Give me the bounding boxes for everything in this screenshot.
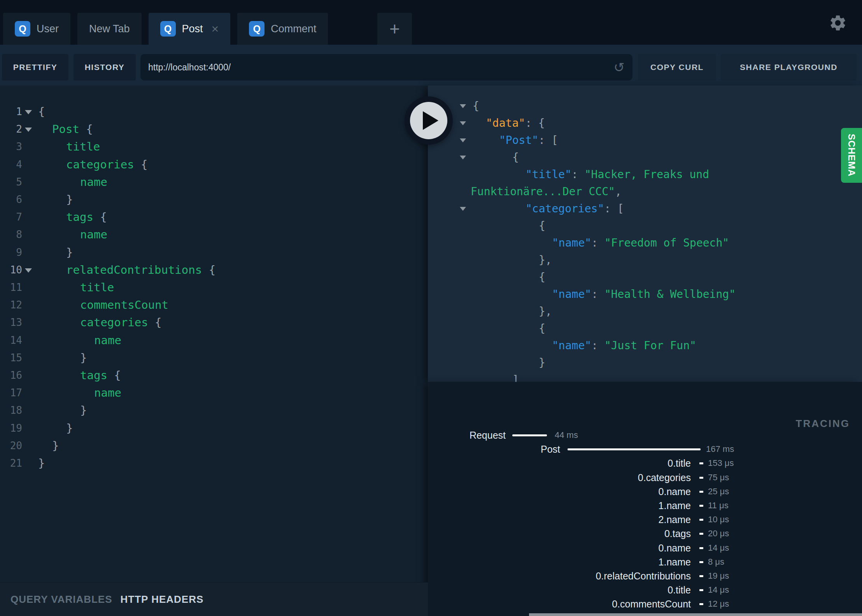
schema-tab[interactable]: SCHEMA bbox=[841, 128, 862, 183]
response-line: ] bbox=[428, 371, 862, 382]
query-line[interactable]: 17name bbox=[0, 384, 428, 402]
code-token: } bbox=[66, 422, 73, 435]
tab-user[interactable]: QUser bbox=[3, 13, 70, 45]
query-line[interactable]: 10relatedContributions { bbox=[0, 261, 428, 279]
query-line[interactable]: 16tags { bbox=[0, 367, 428, 384]
tracing-time: 12 μs bbox=[708, 598, 729, 610]
code-token: { bbox=[134, 158, 148, 171]
tracing-time: 44 ms bbox=[555, 429, 578, 441]
response-viewer: {"data": {"Post": [{"title": "Hacker, Fr… bbox=[428, 86, 862, 382]
query-line[interactable]: 2Post { bbox=[0, 121, 428, 138]
tab-comment[interactable]: QComment bbox=[237, 13, 328, 45]
tab-label: New Tab bbox=[89, 23, 130, 35]
line-number: 13 bbox=[0, 314, 22, 331]
query-line[interactable]: 13categories { bbox=[0, 314, 428, 331]
tracing-row: 1.name8 μs bbox=[428, 556, 862, 568]
code-token: } bbox=[80, 351, 87, 364]
query-line[interactable]: 5name bbox=[0, 173, 428, 191]
code-token: tags bbox=[80, 369, 107, 382]
query-line[interactable]: 18} bbox=[0, 402, 428, 419]
editor-footer: QUERY VARIABLES HTTP HEADERS bbox=[0, 582, 428, 616]
query-line[interactable]: 11title bbox=[0, 279, 428, 296]
query-line[interactable]: 6} bbox=[0, 191, 428, 208]
query-line[interactable]: 15} bbox=[0, 349, 428, 367]
query-line[interactable]: 20} bbox=[0, 437, 428, 455]
share-playground-button[interactable]: SHARE PLAYGROUND bbox=[721, 54, 857, 80]
tracing-time: 20 μs bbox=[708, 527, 729, 540]
tracing-row: 0.relatedContributions19 μs bbox=[428, 570, 862, 582]
response-code: { bbox=[539, 320, 545, 337]
query-variables-tab[interactable]: QUERY VARIABLES bbox=[11, 593, 112, 606]
duration-dash bbox=[699, 603, 703, 605]
query-line[interactable]: 8name bbox=[0, 226, 428, 243]
query-code: } bbox=[66, 191, 73, 208]
line-number: 2 bbox=[0, 121, 22, 138]
schema-tab-label: SCHEMA bbox=[846, 134, 857, 177]
history-button[interactable]: HISTORY bbox=[74, 54, 136, 80]
response-line: } bbox=[428, 354, 862, 371]
response-line: { bbox=[428, 98, 862, 115]
code-token: categories bbox=[80, 316, 148, 329]
collapse-arrow-icon[interactable] bbox=[460, 156, 466, 159]
code-token: { bbox=[107, 369, 121, 382]
query-code: title bbox=[80, 279, 114, 296]
code-token: "Freedom of Speech" bbox=[604, 236, 729, 249]
query-badge: Q bbox=[160, 21, 176, 37]
code-token: ] bbox=[512, 373, 519, 382]
code-token: "name" bbox=[552, 236, 591, 249]
query-line[interactable]: 9} bbox=[0, 244, 428, 261]
execute-button[interactable] bbox=[405, 96, 453, 145]
reload-icon[interactable]: ↺ bbox=[614, 60, 625, 75]
copy-curl-button[interactable]: COPY CURL bbox=[638, 54, 716, 80]
query-line[interactable]: 19} bbox=[0, 420, 428, 437]
add-tab-button[interactable]: + bbox=[377, 13, 412, 45]
code-token: : [ bbox=[538, 134, 558, 147]
query-line[interactable]: 12commentsCount bbox=[0, 296, 428, 314]
response-line: }, bbox=[428, 252, 862, 269]
query-code: name bbox=[94, 332, 121, 349]
collapse-arrow-icon[interactable] bbox=[460, 104, 466, 108]
collapse-arrow-icon[interactable] bbox=[460, 207, 466, 211]
tracing-time: 14 μs bbox=[708, 542, 729, 554]
line-number: 3 bbox=[0, 138, 22, 156]
close-tab-icon[interactable]: × bbox=[212, 23, 219, 35]
fold-arrow-icon[interactable] bbox=[25, 268, 32, 273]
code-token: : bbox=[571, 168, 585, 181]
prettify-button[interactable]: PRETTIFY bbox=[2, 54, 68, 80]
response-code: }, bbox=[539, 252, 552, 269]
response-code: }, bbox=[539, 303, 552, 320]
endpoint-url-input[interactable]: http://localhost:4000/ ↺ bbox=[140, 54, 632, 80]
query-line[interactable]: 7tags { bbox=[0, 208, 428, 226]
response-code: "name": "Freedom of Speech" bbox=[552, 234, 729, 252]
query-code: title bbox=[66, 138, 100, 156]
fold-arrow-icon[interactable] bbox=[25, 128, 32, 132]
tracing-row: 0.tags20 μs bbox=[428, 527, 862, 540]
query-line[interactable]: 1{ bbox=[0, 103, 428, 121]
query-line[interactable]: 14name bbox=[0, 332, 428, 349]
endpoint-url-value: http://localhost:4000/ bbox=[148, 62, 614, 73]
horizontal-scrollbar[interactable] bbox=[529, 613, 862, 616]
response-code: "Post": [ bbox=[499, 132, 558, 149]
duration-dash bbox=[699, 462, 703, 464]
fold-arrow-icon[interactable] bbox=[25, 110, 32, 114]
query-line[interactable]: 3title bbox=[0, 138, 428, 156]
code-token: title bbox=[66, 140, 100, 153]
tracing-time: 75 μs bbox=[708, 471, 729, 484]
tab-new-tab[interactable]: New Tab bbox=[77, 13, 142, 45]
settings-gear-icon[interactable] bbox=[829, 14, 847, 32]
http-headers-tab[interactable]: HTTP HEADERS bbox=[121, 593, 204, 606]
code-token: { bbox=[473, 100, 479, 112]
line-number: 21 bbox=[0, 455, 22, 472]
response-code: "categories": [ bbox=[526, 200, 624, 217]
tracing-label: 0.categories bbox=[638, 471, 691, 484]
code-token: { bbox=[79, 122, 93, 136]
tracing-time: 25 μs bbox=[708, 485, 729, 498]
tab-post[interactable]: QPost× bbox=[149, 13, 231, 45]
query-editor[interactable]: 1{2Post {3title4categories {5name6}7tags… bbox=[0, 86, 428, 582]
collapse-arrow-icon[interactable] bbox=[460, 138, 466, 142]
code-token: name bbox=[80, 228, 107, 241]
query-line[interactable]: 4categories { bbox=[0, 156, 428, 173]
query-line[interactable]: 21} bbox=[0, 455, 428, 472]
duration-bar bbox=[568, 448, 701, 450]
collapse-arrow-icon[interactable] bbox=[460, 121, 466, 125]
